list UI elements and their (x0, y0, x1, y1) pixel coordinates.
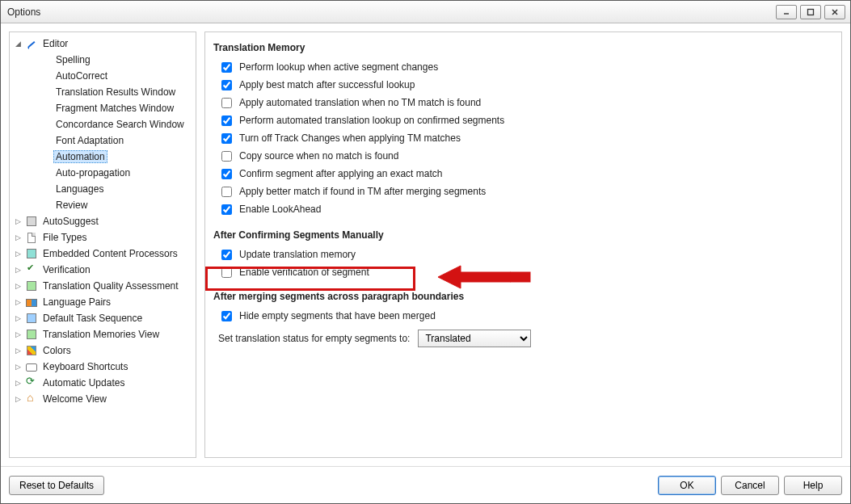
tree-item-translation-quality-assessment[interactable]: ▷Translation Quality Assessment (11, 278, 194, 294)
tree-expander-icon[interactable] (26, 200, 36, 210)
tm-checkbox[interactable] (221, 62, 232, 73)
help-button[interactable]: Help (784, 476, 842, 495)
tree-item-autosuggest[interactable]: ▷AutoSuggest (11, 213, 194, 229)
tree-item-label: File Types (40, 231, 89, 244)
tree-item-editor-child[interactable]: Review (11, 197, 194, 213)
tree-expander-icon[interactable]: ▷ (13, 330, 23, 339)
confirm-checkbox[interactable] (221, 267, 232, 278)
tree-item-label: AutoSuggest (40, 215, 101, 228)
tree-expander-icon[interactable]: ▷ (13, 216, 23, 226)
cancel-button[interactable]: Cancel (721, 476, 779, 495)
tm-checkbox[interactable] (221, 187, 232, 197)
tm-checkbox[interactable] (221, 169, 232, 179)
tree-item-automatic-updates[interactable]: ▷Automatic Updates (11, 375, 194, 391)
tm-label: Perform lookup when active segment chang… (239, 61, 438, 73)
tree-expander-icon[interactable]: ▷ (13, 281, 23, 291)
minimize-button[interactable] (776, 5, 797, 19)
tree-expander-icon[interactable] (26, 71, 36, 81)
tree-expander-icon[interactable] (26, 103, 36, 113)
tm-checkbox[interactable] (221, 133, 232, 144)
confirm-label: Update translation memory (239, 249, 356, 260)
merge-checkbox[interactable] (221, 311, 232, 321)
tree-expander-icon[interactable]: ▷ (13, 378, 23, 388)
tm-option: Perform automated translation lookup on … (213, 111, 833, 129)
tree-item-editor-child[interactable]: Languages (11, 181, 194, 197)
confirm-checkbox[interactable] (221, 250, 232, 260)
tree-item-editor-child[interactable]: Auto-propagation (11, 165, 194, 181)
maximize-button[interactable] (800, 5, 821, 19)
tree-item-icon (25, 37, 38, 50)
tree-item-icon (25, 344, 38, 357)
tree-item-keyboard-shortcuts[interactable]: ▷Keyboard Shortcuts (11, 359, 194, 375)
ok-button[interactable]: OK (658, 476, 716, 495)
empty-status-select[interactable]: Translated (418, 330, 531, 347)
tree-expander-icon[interactable]: ▷ (13, 249, 23, 258)
tree-expander-icon[interactable] (26, 120, 36, 129)
tree-item-icon (38, 166, 51, 179)
window-title: Options (6, 6, 40, 18)
tree-item-label: Concordance Search Window (53, 118, 187, 131)
tree-item-icon (38, 134, 51, 147)
tree-item-colors[interactable]: ▷Colors (11, 342, 194, 359)
section-title-confirm: After Confirming Segments Manually (213, 229, 833, 241)
tree-item-icon (25, 279, 38, 292)
tree-expander-icon[interactable]: ▷ (13, 265, 23, 275)
tree-expander-icon[interactable]: ▷ (13, 313, 23, 323)
tm-label: Turn off Track Changes when applying TM … (239, 132, 461, 144)
tree-expander-icon[interactable] (26, 152, 36, 162)
tm-label: Apply automated translation when no TM m… (239, 97, 481, 108)
tree-expander-icon[interactable]: ▷ (13, 297, 23, 307)
tree-item-editor-child[interactable]: Font Adaptation (11, 132, 194, 149)
tm-checkbox[interactable] (221, 204, 232, 215)
tree-expander-icon[interactable]: ▷ (13, 362, 23, 372)
tree-expander-icon[interactable] (26, 87, 36, 97)
tree-expander-icon[interactable]: ▷ (13, 346, 23, 355)
category-tree[interactable]: ◢EditorSpellingAutoCorrectTranslation Re… (9, 32, 196, 458)
tree-item-icon (25, 263, 38, 276)
tree-expander-icon[interactable] (26, 55, 36, 65)
merge-option: Hide empty segments that have been merge… (213, 307, 833, 325)
tree-item-editor[interactable]: ◢Editor (11, 36, 194, 52)
tree-expander-icon[interactable] (26, 184, 36, 194)
tree-item-label: Default Task Sequence (40, 312, 145, 325)
tree-expander-icon[interactable] (26, 168, 36, 178)
tree-item-translation-memories-view[interactable]: ▷Translation Memories View (11, 326, 194, 342)
tree-expander-icon[interactable] (26, 136, 36, 145)
tree-item-label: Translation Memories View (40, 328, 162, 341)
tree-item-language-pairs[interactable]: ▷Language Pairs (11, 294, 194, 310)
tree-item-icon (25, 393, 38, 405)
tree-item-default-task-sequence[interactable]: ▷Default Task Sequence (11, 310, 194, 326)
tree-item-icon (25, 328, 38, 341)
tree-item-welcome-view[interactable]: ▷Welcome View (11, 391, 194, 407)
tree-item-label: Font Adaptation (53, 134, 126, 147)
svg-rect-1 (808, 9, 814, 15)
tree-item-editor-child[interactable]: Fragment Matches Window (11, 100, 194, 116)
tm-checkbox[interactable] (221, 151, 232, 162)
tree-item-icon (38, 102, 51, 115)
tm-label: Confirm segment after applying an exact … (239, 168, 442, 179)
tree-item-embedded-content-processors[interactable]: ▷Embedded Content Processors (11, 246, 194, 262)
close-button[interactable] (824, 5, 845, 19)
tm-checkbox[interactable] (221, 80, 232, 90)
tree-item-file-types[interactable]: ▷File Types (11, 229, 194, 246)
tree-item-editor-child[interactable]: Translation Results Window (11, 84, 194, 100)
tree-item-editor-child[interactable]: AutoCorrect (11, 68, 194, 84)
tm-label: Apply better match if found in TM after … (239, 186, 486, 197)
tree-item-verification[interactable]: ▷Verification (11, 262, 194, 278)
tm-label: Apply best match after successful lookup (239, 79, 415, 90)
tree-item-label: Automation (53, 150, 107, 163)
tree-item-icon (38, 53, 51, 66)
tree-item-editor-child[interactable]: Automation (11, 149, 194, 165)
tree-item-editor-child[interactable]: Concordance Search Window (11, 116, 194, 132)
reset-defaults-button[interactable]: Reset to Defaults (9, 476, 104, 495)
confirm-option: Update translation memory (213, 246, 833, 263)
tree-expander-icon[interactable]: ▷ (13, 394, 23, 404)
options-content: Translation Memory Perform lookup when a… (204, 32, 842, 458)
tree-item-editor-child[interactable]: Spelling (11, 52, 194, 68)
tm-checkbox[interactable] (221, 116, 232, 126)
tm-option: Apply automated translation when no TM m… (213, 94, 833, 111)
tree-expander-icon[interactable]: ◢ (13, 39, 23, 48)
tm-checkbox[interactable] (221, 98, 232, 108)
tree-expander-icon[interactable]: ▷ (13, 233, 23, 242)
tree-item-icon (25, 215, 38, 228)
